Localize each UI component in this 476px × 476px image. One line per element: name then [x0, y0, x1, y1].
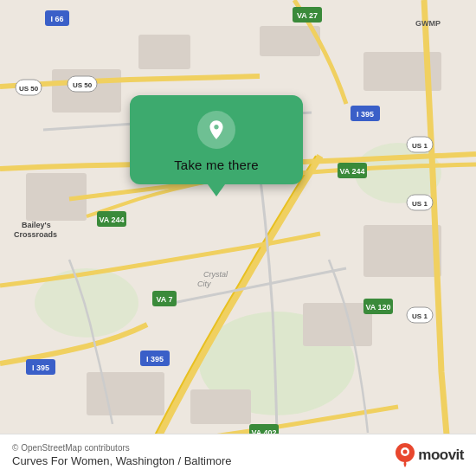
svg-rect-12	[87, 372, 164, 415]
svg-text:Crystal: Crystal	[203, 270, 228, 279]
svg-text:US 1: US 1	[412, 142, 428, 150]
svg-text:US 50: US 50	[73, 81, 93, 89]
svg-text:I 395: I 395	[146, 355, 164, 363]
take-me-there-button[interactable]: Take me there	[174, 158, 259, 172]
svg-text:City: City	[197, 280, 211, 288]
svg-text:I 395: I 395	[32, 363, 49, 372]
svg-rect-11	[303, 303, 372, 346]
svg-rect-13	[190, 389, 251, 424]
svg-rect-10	[363, 225, 441, 277]
svg-rect-6	[138, 35, 190, 69]
svg-text:GWMP: GWMP	[415, 19, 441, 28]
svg-text:VA 7: VA 7	[156, 295, 172, 304]
moovit-pin-icon	[396, 443, 415, 467]
bottom-left-info: © OpenStreetMap contributors Curves For …	[12, 443, 232, 467]
svg-text:Bailey's: Bailey's	[22, 221, 51, 229]
svg-text:I 66: I 66	[50, 15, 63, 23]
svg-point-53	[403, 450, 408, 454]
svg-text:US 50: US 50	[19, 85, 39, 93]
svg-text:I 395: I 395	[357, 110, 374, 119]
location-pin-icon	[197, 111, 235, 149]
svg-text:US 1: US 1	[412, 200, 428, 208]
svg-text:VA 120: VA 120	[365, 303, 390, 312]
osm-attribution: © OpenStreetMap contributors	[12, 443, 232, 453]
svg-text:VA 244: VA 244	[339, 167, 364, 176]
map-container: I 66 VA 27 GWMP US 50 US 50 VA 120 VA 24…	[0, 0, 476, 476]
location-label: Curves For Women, Washington / Baltimore	[12, 454, 232, 467]
bottom-bar: © OpenStreetMap contributors Curves For …	[0, 434, 476, 476]
moovit-brand-text: moovit	[418, 447, 464, 464]
location-popup[interactable]: Take me there	[130, 95, 303, 184]
moovit-logo: moovit	[396, 443, 464, 467]
svg-text:US 1: US 1	[412, 312, 428, 320]
svg-text:Crossroads: Crossroads	[14, 230, 57, 239]
map-background: I 66 VA 27 GWMP US 50 US 50 VA 120 VA 24…	[0, 0, 476, 476]
svg-text:VA 27: VA 27	[297, 11, 318, 20]
svg-text:VA 244: VA 244	[99, 215, 124, 224]
